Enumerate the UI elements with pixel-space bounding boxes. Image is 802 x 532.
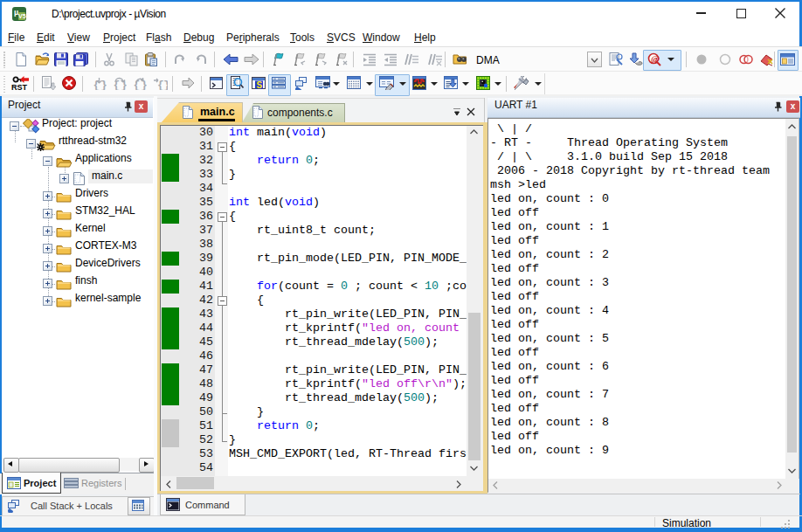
svg-text:@: @ [651, 53, 660, 64]
svg-text:}: } [100, 79, 107, 91]
svg-text:}: } [163, 79, 168, 91]
svg-text:{: { [114, 79, 121, 91]
svg-text:}: } [121, 79, 127, 91]
svg-text:S: S [257, 80, 263, 90]
